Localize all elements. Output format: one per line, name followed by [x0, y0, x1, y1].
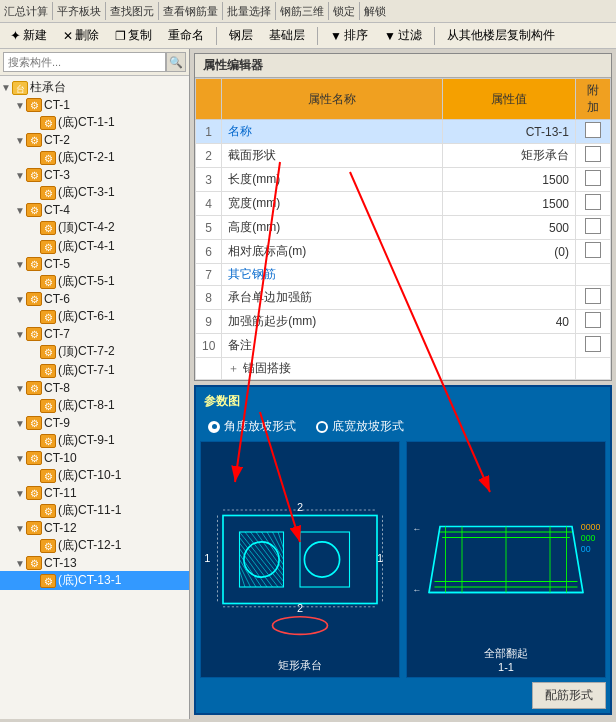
- prop-name[interactable]: 宽度(mm): [222, 192, 442, 216]
- checkbox[interactable]: [585, 146, 601, 162]
- checkbox[interactable]: [585, 218, 601, 234]
- tree-icon: ⚙: [40, 310, 56, 324]
- tree-item-ct11-1[interactable]: ⚙(底)CT-11-1: [0, 501, 189, 520]
- prop-check[interactable]: [576, 334, 611, 358]
- delete-button[interactable]: ✕ 删除: [57, 24, 105, 47]
- tree-item-ct3-1[interactable]: ⚙(底)CT-3-1: [0, 183, 189, 202]
- search-button[interactable]: 🔍: [166, 52, 186, 72]
- prop-name[interactable]: 高度(mm): [222, 216, 442, 240]
- option1-label[interactable]: 角度放坡形式: [208, 418, 296, 435]
- table-row[interactable]: 9加强筋起步(mm)40: [196, 310, 611, 334]
- tree-item-ct12-1[interactable]: ⚙(底)CT-12-1: [0, 536, 189, 555]
- tree-item-ct10-1[interactable]: ⚙(底)CT-10-1: [0, 466, 189, 485]
- property-editor-title: 属性编辑器: [195, 54, 611, 78]
- table-row[interactable]: 2截面形状矩形承台: [196, 144, 611, 168]
- prop-value[interactable]: 40: [442, 310, 575, 334]
- tree-item-pilecap[interactable]: ▼台柱承台: [0, 78, 189, 97]
- table-row[interactable]: 3长度(mm)1500: [196, 168, 611, 192]
- tree-item-ct10[interactable]: ▼⚙CT-10: [0, 450, 189, 466]
- prop-check[interactable]: [576, 216, 611, 240]
- tree-item-ct5-1[interactable]: ⚙(底)CT-5-1: [0, 272, 189, 291]
- tree-item-ct1[interactable]: ▼⚙CT-1: [0, 97, 189, 113]
- prop-value[interactable]: CT-13-1: [442, 120, 575, 144]
- copy-button[interactable]: ❐ 复制: [109, 24, 158, 47]
- tree-item-ct13-1[interactable]: ⚙(底)CT-13-1: [0, 571, 189, 590]
- tree-item-ct9-1[interactable]: ⚙(底)CT-9-1: [0, 431, 189, 450]
- prop-value[interactable]: (0): [442, 240, 575, 264]
- prop-value[interactable]: [442, 264, 575, 286]
- checkbox[interactable]: [585, 170, 601, 186]
- checkbox[interactable]: [585, 336, 601, 352]
- copy-from-floor-button[interactable]: 从其他楼层复制构件: [441, 24, 561, 47]
- prop-check[interactable]: [576, 120, 611, 144]
- rename-button[interactable]: 重命名: [162, 24, 210, 47]
- prop-name[interactable]: 加强筋起步(mm): [222, 310, 442, 334]
- tree-item-ct7-2[interactable]: ⚙(顶)CT-7-2: [0, 342, 189, 361]
- tree-item-ct6[interactable]: ▼⚙CT-6: [0, 291, 189, 307]
- prop-value[interactable]: 矩形承台: [442, 144, 575, 168]
- prop-check[interactable]: [576, 240, 611, 264]
- tree-item-ct8[interactable]: ▼⚙CT-8: [0, 380, 189, 396]
- tree-item-ct7-1[interactable]: ⚙(底)CT-7-1: [0, 361, 189, 380]
- prop-name[interactable]: ＋ 锚固搭接: [222, 358, 442, 380]
- prop-name[interactable]: 截面形状: [222, 144, 442, 168]
- tree-item-ct1-1[interactable]: ⚙(底)CT-1-1: [0, 113, 189, 132]
- table-row[interactable]: 1名称CT-13-1: [196, 120, 611, 144]
- prop-name[interactable]: 名称: [222, 120, 442, 144]
- prop-check[interactable]: [576, 358, 611, 380]
- prop-name[interactable]: 承台单边加强筋: [222, 286, 442, 310]
- tree-item-ct2[interactable]: ▼⚙CT-2: [0, 132, 189, 148]
- table-row[interactable]: 6相对底标高(m)(0): [196, 240, 611, 264]
- tree-item-ct4[interactable]: ▼⚙CT-4: [0, 202, 189, 218]
- prop-name[interactable]: 长度(mm): [222, 168, 442, 192]
- tree-item-ct9[interactable]: ▼⚙CT-9: [0, 415, 189, 431]
- tree-item-ct12[interactable]: ▼⚙CT-12: [0, 520, 189, 536]
- prop-check[interactable]: [576, 144, 611, 168]
- tree-item-ct4-2[interactable]: ⚙(顶)CT-4-2: [0, 218, 189, 237]
- radio-option2[interactable]: [316, 421, 328, 433]
- checkbox[interactable]: [585, 194, 601, 210]
- tree-item-ct8-1[interactable]: ⚙(底)CT-8-1: [0, 396, 189, 415]
- filter-button[interactable]: ▼ 过滤: [378, 24, 428, 47]
- tree-item-ct6-1[interactable]: ⚙(底)CT-6-1: [0, 307, 189, 326]
- tree-item-ct4-1[interactable]: ⚙(底)CT-4-1: [0, 237, 189, 256]
- base-layer-button[interactable]: 基础层: [263, 24, 311, 47]
- option2-label[interactable]: 底宽放坡形式: [316, 418, 404, 435]
- prop-check[interactable]: [576, 168, 611, 192]
- table-row[interactable]: 8承台单边加强筋: [196, 286, 611, 310]
- config-button[interactable]: 配筋形式: [532, 682, 606, 709]
- prop-value[interactable]: 1500: [442, 192, 575, 216]
- tree-item-ct5[interactable]: ▼⚙CT-5: [0, 256, 189, 272]
- search-input[interactable]: [3, 52, 166, 72]
- tree-item-ct13[interactable]: ▼⚙CT-13: [0, 555, 189, 571]
- table-row[interactable]: 4宽度(mm)1500: [196, 192, 611, 216]
- checkbox[interactable]: [585, 312, 601, 328]
- prop-check[interactable]: [576, 286, 611, 310]
- prop-value[interactable]: 500: [442, 216, 575, 240]
- tree-item-ct3[interactable]: ▼⚙CT-3: [0, 167, 189, 183]
- prop-value[interactable]: [442, 358, 575, 380]
- prop-value[interactable]: 1500: [442, 168, 575, 192]
- table-row[interactable]: 5高度(mm)500: [196, 216, 611, 240]
- table-row[interactable]: 10备注: [196, 334, 611, 358]
- prop-name[interactable]: 其它钢筋: [222, 264, 442, 286]
- tree-item-ct2-1[interactable]: ⚙(底)CT-2-1: [0, 148, 189, 167]
- checkbox[interactable]: [585, 242, 601, 258]
- prop-name[interactable]: 备注: [222, 334, 442, 358]
- checkbox[interactable]: [585, 288, 601, 304]
- checkbox[interactable]: [585, 122, 601, 138]
- layer-button[interactable]: 钢层: [223, 24, 259, 47]
- radio-option1[interactable]: [208, 421, 220, 433]
- tree-item-ct7[interactable]: ▼⚙CT-7: [0, 326, 189, 342]
- table-row[interactable]: ＋ 锚固搭接: [196, 358, 611, 380]
- tree-item-ct11[interactable]: ▼⚙CT-11: [0, 485, 189, 501]
- prop-value[interactable]: [442, 334, 575, 358]
- prop-name[interactable]: 相对底标高(m): [222, 240, 442, 264]
- table-row[interactable]: 7其它钢筋: [196, 264, 611, 286]
- prop-check[interactable]: [576, 192, 611, 216]
- prop-value[interactable]: [442, 286, 575, 310]
- sort-button[interactable]: ▼ 排序: [324, 24, 374, 47]
- prop-check[interactable]: [576, 264, 611, 286]
- new-button[interactable]: ✦ 新建: [4, 24, 53, 47]
- prop-check[interactable]: [576, 310, 611, 334]
